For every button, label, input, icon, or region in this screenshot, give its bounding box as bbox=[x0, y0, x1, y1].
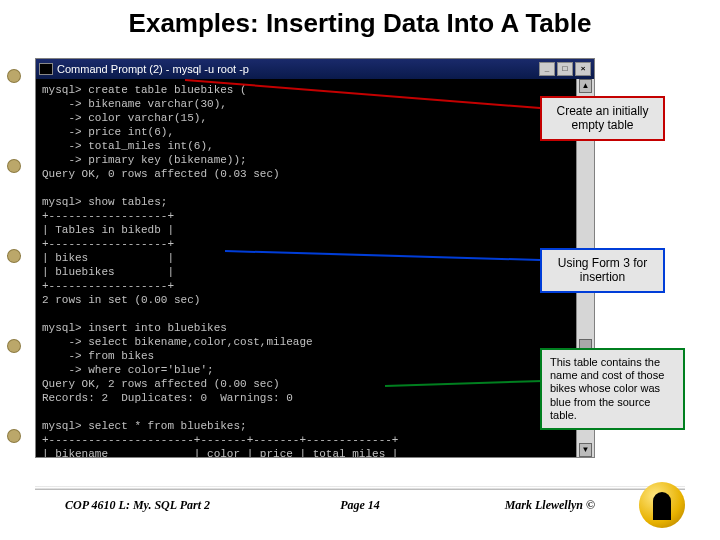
window-title: Command Prompt (2) - mysql -u root -p bbox=[57, 63, 249, 75]
minimize-button[interactable]: _ bbox=[539, 62, 555, 76]
terminal-output: mysql> create table bluebikes ( -> biken… bbox=[36, 79, 576, 457]
thumb-dot bbox=[8, 160, 20, 172]
thumb-dot bbox=[8, 340, 20, 352]
footer-course: COP 4610 L: My. SQL Part 2 bbox=[65, 498, 210, 513]
thumb-dot bbox=[8, 70, 20, 82]
thumb-dot bbox=[8, 250, 20, 262]
maximize-button[interactable]: □ bbox=[557, 62, 573, 76]
window-titlebar: Command Prompt (2) - mysql -u root -p _ … bbox=[36, 59, 594, 79]
close-button[interactable]: × bbox=[575, 62, 591, 76]
footer-page: Page 14 bbox=[340, 498, 380, 513]
thumb-dot bbox=[8, 430, 20, 442]
footer-rule bbox=[35, 486, 685, 490]
callout-create-table: Create an initially empty table bbox=[540, 96, 665, 141]
command-prompt-window: Command Prompt (2) - mysql -u root -p _ … bbox=[35, 58, 595, 458]
app-icon bbox=[39, 63, 53, 75]
scroll-down-icon[interactable]: ▼ bbox=[579, 443, 592, 457]
slide-thumbnail-strip bbox=[0, 0, 28, 540]
scroll-up-icon[interactable]: ▲ bbox=[579, 79, 592, 93]
slide-footer: COP 4610 L: My. SQL Part 2 Page 14 Mark … bbox=[35, 486, 685, 526]
callout-result-table: This table contains the name and cost of… bbox=[540, 348, 685, 430]
slide: Examples: Inserting Data Into A Table Co… bbox=[35, 8, 685, 528]
footer-author: Mark Llewellyn © bbox=[505, 498, 595, 513]
slide-title: Examples: Inserting Data Into A Table bbox=[35, 8, 685, 39]
callout-form3: Using Form 3 for insertion bbox=[540, 248, 665, 293]
ucf-logo bbox=[639, 482, 685, 528]
